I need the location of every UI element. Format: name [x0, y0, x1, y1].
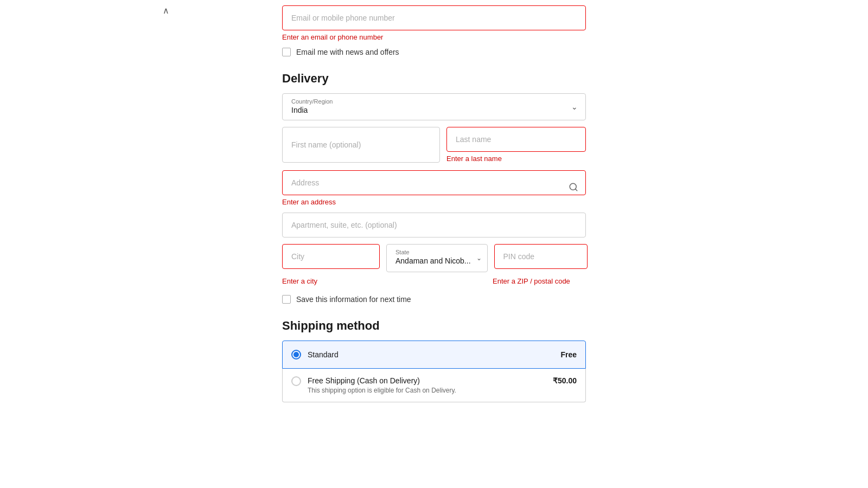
- address-wrapper: Enter an address: [282, 170, 586, 206]
- cod-option-price: ₹50.00: [553, 376, 577, 385]
- email-input[interactable]: [282, 5, 586, 30]
- name-row: Enter a last name: [282, 127, 586, 163]
- standard-option-name: Standard: [308, 350, 339, 359]
- save-info-label: Save this information for next time: [296, 295, 411, 304]
- pin-wrapper: [494, 244, 588, 269]
- cod-shipping-option[interactable]: Free Shipping (Cash on Delivery) This sh…: [282, 369, 586, 402]
- standard-radio-btn[interactable]: [291, 350, 301, 359]
- save-info-row: Save this information for next time: [282, 295, 586, 304]
- address-input[interactable]: [282, 170, 586, 195]
- email-field-wrapper: Enter an email or phone number: [282, 5, 586, 41]
- standard-option-price: Free: [560, 350, 577, 359]
- city-state-errors: Enter a city Enter a ZIP / postal code: [282, 274, 586, 285]
- page-container: ∧ Enter an email or phone number Email m…: [0, 0, 868, 488]
- email-news-checkbox[interactable]: [282, 48, 291, 56]
- form-area: ∧ Enter an email or phone number Email m…: [282, 5, 586, 488]
- cod-text: Free Shipping (Cash on Delivery) This sh…: [308, 376, 456, 394]
- standard-option-left: Standard: [291, 350, 339, 359]
- last-name-error-text: Enter a last name: [446, 155, 586, 163]
- email-error-text: Enter an email or phone number: [282, 33, 586, 41]
- email-checkbox-row: Email me with news and offers: [282, 48, 586, 56]
- delivery-section-title: Delivery: [282, 72, 586, 86]
- apt-input[interactable]: [282, 213, 586, 237]
- cod-option-name: Free Shipping (Cash on Delivery): [308, 376, 456, 385]
- standard-shipping-option[interactable]: Standard Free: [282, 341, 586, 369]
- shipping-section-title: Shipping method: [282, 319, 586, 333]
- pin-error-text: Enter a ZIP / postal code: [493, 277, 586, 285]
- save-info-checkbox[interactable]: [282, 295, 291, 304]
- city-error-text: Enter a city: [282, 277, 380, 285]
- cod-option-left: Free Shipping (Cash on Delivery) This sh…: [291, 376, 456, 394]
- address-error-text: Enter an address: [282, 198, 586, 206]
- state-spacer: [386, 274, 486, 285]
- first-name-input[interactable]: [282, 127, 440, 163]
- last-name-wrapper: Enter a last name: [446, 127, 586, 163]
- city-wrapper: [282, 244, 380, 269]
- shipping-method-section: Shipping method Standard Free Free Shipp…: [282, 319, 586, 402]
- state-select-wrapper[interactable]: State Andaman and Nicob... ⌄ Andaman and…: [386, 244, 488, 272]
- last-name-input[interactable]: [446, 127, 586, 152]
- email-news-label: Email me with news and offers: [296, 48, 399, 56]
- country-select-wrapper[interactable]: Country/Region India ⌄ India: [282, 93, 586, 120]
- scroll-up-icon[interactable]: ∧: [163, 5, 169, 16]
- apt-wrapper: [282, 213, 586, 237]
- pin-input[interactable]: [494, 244, 588, 269]
- cod-radio-btn[interactable]: [291, 376, 301, 386]
- city-input[interactable]: [282, 244, 380, 269]
- city-state-row: State Andaman and Nicob... ⌄ Andaman and…: [282, 244, 586, 272]
- cod-option-desc: This shipping option is eligible for Cas…: [308, 387, 456, 394]
